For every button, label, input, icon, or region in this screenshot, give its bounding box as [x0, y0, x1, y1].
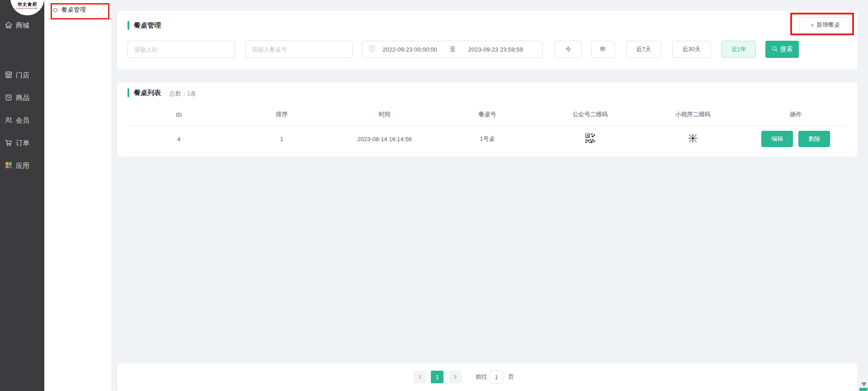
chevron-left-icon — [417, 374, 423, 380]
scrollbar-down-arrow-icon[interactable] — [861, 382, 867, 386]
edit-button[interactable]: 编辑 — [761, 131, 793, 147]
date-end-value: 2023-09-23 23:59:59 — [468, 46, 523, 53]
app-logo: 华太食府 HUATAI RESTAURANT — [10, 0, 44, 15]
date-separator: 至 — [450, 45, 456, 53]
pagination-bar: 1 前往 页 — [118, 363, 857, 391]
secondary-sidebar: 餐桌管理 — [44, 0, 112, 391]
cell-table-no: 1号桌 — [436, 125, 538, 153]
sidebar-item-label: 会员 — [16, 116, 29, 125]
cell-actions: 编辑 删除 — [745, 125, 847, 153]
cell-time: 2023-08-14 16:14:56 — [333, 125, 436, 153]
quick-filter-today-button[interactable]: 今 — [555, 41, 582, 58]
chevron-right-icon — [452, 374, 458, 380]
page-number-button-active[interactable]: 1 — [431, 371, 443, 383]
subnav-item-label: 餐桌管理 — [61, 6, 86, 14]
date-range-picker[interactable]: 2022-09-23 00:00:00 至 2023-09-23 23:59:5… — [362, 41, 542, 58]
cart-icon — [5, 138, 13, 148]
quick-filter-30days-button[interactable]: 近30天 — [672, 41, 711, 58]
sidebar-item-label: 应用 — [16, 162, 29, 170]
column-header-actions: 操作 — [745, 104, 847, 125]
members-icon — [5, 116, 13, 125]
subnav-item-table-management[interactable]: 餐桌管理 — [53, 5, 86, 14]
sidebar-item-goods[interactable]: 商品 — [0, 89, 44, 107]
column-header-official-qr: 公众号二维码 — [539, 104, 642, 125]
add-table-button-label: 新增餐桌 — [816, 21, 840, 29]
sidebar-item-label: 商城 — [16, 21, 29, 30]
sidebar-item-label: 订单 — [16, 139, 29, 148]
panel-title: 餐桌管理 — [134, 21, 161, 30]
column-header-table-no: 餐桌号 — [436, 104, 538, 125]
section-accent-bar — [127, 88, 129, 97]
page-unit-label: 页 — [508, 371, 514, 383]
search-button-label: 搜索 — [780, 45, 793, 53]
table-management-panel: 餐桌管理 ＋ 新增餐桌 2022-09-23 00:00:00 至 2023-0… — [118, 11, 857, 69]
column-header-sort: 排序 — [230, 104, 333, 125]
search-icon — [772, 46, 778, 53]
column-header-id: ID — [127, 104, 230, 125]
sidebar-item-store[interactable]: 门店 — [0, 66, 44, 84]
quick-filter-7days-button[interactable]: 近7天 — [626, 41, 661, 58]
list-title: 餐桌列表 — [134, 88, 161, 97]
table-header-row: ID 排序 时间 餐桌号 公众号二维码 小程序二维码 操作 — [127, 104, 847, 126]
store-icon — [5, 71, 13, 80]
next-page-button[interactable] — [449, 371, 462, 383]
app-window: 华太食府 HUATAI RESTAURANT 商城 门店 商品 会员 订单 应用 — [0, 0, 868, 391]
table-list-panel: 餐桌列表 总数：1条 ID 排序 时间 餐桌号 公众号二维码 小程序二维码 操作… — [118, 82, 857, 157]
circle-bullet-icon — [53, 8, 57, 12]
cell-official-qr — [539, 125, 642, 153]
scrollbar-corner-thumb[interactable] — [859, 388, 868, 391]
column-header-time: 时间 — [333, 104, 436, 125]
apps-icon — [5, 161, 13, 171]
sidebar-item-members[interactable]: 会员 — [0, 111, 44, 129]
total-count-label: 总数：1条 — [170, 90, 196, 98]
miniprogram-code-icon[interactable] — [687, 132, 699, 146]
section-accent-bar — [127, 21, 129, 30]
logo-title: 华太食府 — [10, 1, 44, 8]
sidebar-item-apps[interactable]: 应用 — [0, 157, 44, 175]
sidebar-item-orders[interactable]: 订单 — [0, 134, 44, 152]
cell-id: 4 — [127, 125, 230, 153]
qr-code-icon[interactable] — [585, 134, 595, 144]
plus-icon: ＋ — [809, 21, 815, 29]
sidebar-item-label: 商品 — [16, 94, 29, 102]
goods-icon — [5, 93, 13, 103]
sidebar-item-mall[interactable]: 商城 — [0, 16, 44, 34]
previous-page-button[interactable] — [414, 371, 426, 383]
date-start-value: 2022-09-23 00:00:00 — [382, 46, 437, 53]
table-number-input[interactable] — [245, 41, 353, 58]
delete-button[interactable]: 删除 — [798, 131, 830, 147]
id-input[interactable] — [127, 41, 235, 58]
clock-icon — [368, 45, 375, 53]
quick-filter-1year-button-active[interactable]: 近1年 — [722, 41, 756, 58]
goto-page-input[interactable] — [490, 371, 503, 383]
quick-filter-yesterday-button[interactable]: 昨 — [591, 41, 615, 58]
home-icon — [5, 21, 13, 30]
sidebar-item-label: 门店 — [16, 71, 29, 80]
cell-miniprogram-qr — [642, 125, 744, 153]
primary-sidebar: 华太食府 HUATAI RESTAURANT 商城 门店 商品 会员 订单 应用 — [0, 0, 44, 391]
logo-subtitle: HUATAI RESTAURANT — [10, 7, 44, 10]
table-row: 4 1 2023-08-14 16:14:56 1号桌 编辑 删除 — [127, 125, 847, 153]
goto-page-label: 前往 — [476, 371, 487, 383]
column-header-miniprogram-qr: 小程序二维码 — [642, 104, 744, 125]
search-button[interactable]: 搜索 — [765, 41, 799, 58]
cell-sort: 1 — [230, 125, 333, 153]
add-table-button[interactable]: ＋ 新增餐桌 — [799, 17, 850, 33]
